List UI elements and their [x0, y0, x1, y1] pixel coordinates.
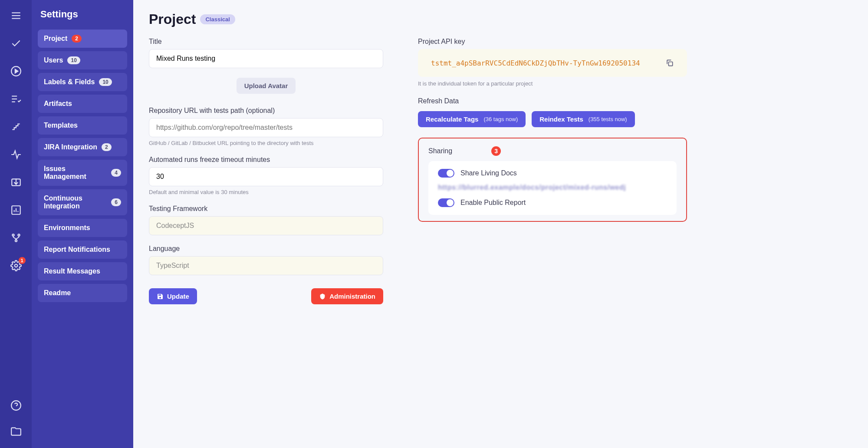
- list-check-icon[interactable]: [8, 91, 24, 107]
- help-icon[interactable]: [8, 398, 24, 413]
- api-key-help: It is the individual token for a particu…: [418, 80, 687, 87]
- pulse-icon[interactable]: [8, 147, 24, 162]
- sidebar-item-continuous-integration[interactable]: Continuous Integration6: [38, 189, 127, 215]
- steps-icon[interactable]: [8, 119, 24, 135]
- copy-icon[interactable]: [665, 59, 674, 67]
- title-label: Title: [149, 38, 383, 46]
- recalculate-tags-button[interactable]: Recalculate Tags (36 tags now): [418, 111, 526, 127]
- chart-icon[interactable]: [8, 202, 24, 218]
- sharing-section: Sharing 3 Share Living Docs https://blur…: [418, 138, 687, 222]
- framework-label: Testing Framework: [149, 205, 383, 213]
- svg-rect-19: [669, 62, 673, 66]
- sidebar-item-label: Project: [44, 35, 67, 43]
- update-button[interactable]: Update: [149, 288, 197, 304]
- framework-input[interactable]: [149, 216, 383, 235]
- menu-icon[interactable]: [8, 8, 24, 23]
- sidebar-item-badge: 2: [72, 35, 82, 43]
- freeze-label: Automated runs freeze timeout minutes: [149, 156, 383, 164]
- refresh-data-label: Refresh Data: [418, 97, 687, 105]
- share-living-docs-toggle[interactable]: [438, 169, 454, 178]
- sidebar-item-badge: 2: [102, 143, 112, 151]
- branch-icon[interactable]: [8, 230, 24, 246]
- reindex-tests-button[interactable]: Reindex Tests (355 tests now): [532, 111, 635, 127]
- sidebar-item-badge: 6: [111, 198, 121, 206]
- settings-icon[interactable]: 1: [8, 258, 24, 273]
- svg-point-13: [12, 234, 14, 236]
- api-key-label: Project API key: [418, 38, 687, 46]
- sidebar-item-label: Continuous Integration: [44, 194, 107, 210]
- sidebar-item-label: Labels & Fields: [44, 78, 95, 86]
- sidebar-item-environments[interactable]: Environments: [38, 219, 127, 237]
- svg-marker-4: [15, 69, 18, 73]
- sidebar-item-result-messages[interactable]: Result Messages: [38, 262, 127, 280]
- api-key-value: tstmt_a4pSBarRVC5CdEdN6CkDZjQbTHv-TyTnGw…: [431, 59, 640, 67]
- sidebar-item-jira-integration[interactable]: JIRA Integration2: [38, 138, 127, 156]
- sidebar-item-report-notifications[interactable]: Report Notifications: [38, 240, 127, 259]
- title-input[interactable]: [149, 49, 383, 68]
- enable-public-report-label: Enable Public Report: [460, 199, 526, 207]
- save-icon: [157, 293, 164, 300]
- svg-point-14: [18, 234, 20, 236]
- icon-rail: 1: [0, 0, 32, 448]
- settings-sidebar: Settings Project2Users10Labels & Fields1…: [32, 0, 133, 448]
- sidebar-title: Settings: [40, 9, 127, 20]
- folder-icon[interactable]: [8, 424, 24, 439]
- sidebar-item-issues-management[interactable]: Issues Management4: [38, 160, 127, 186]
- shield-icon: [319, 293, 326, 300]
- svg-point-16: [14, 264, 17, 267]
- sidebar-item-label: Readme: [44, 289, 71, 297]
- language-input[interactable]: [149, 256, 383, 275]
- sidebar-item-badge: 4: [111, 169, 121, 177]
- main-content: Project Classical Title Upload Avatar Re…: [133, 0, 868, 448]
- sidebar-item-label: Result Messages: [44, 267, 100, 275]
- settings-badge: 1: [19, 257, 26, 264]
- upload-avatar-button[interactable]: Upload Avatar: [237, 78, 296, 94]
- sidebar-item-label: Report Notifications: [44, 246, 110, 254]
- import-icon[interactable]: [8, 175, 24, 190]
- repo-input[interactable]: [149, 118, 383, 137]
- play-icon[interactable]: [8, 63, 24, 79]
- freeze-help: Default and minimal value is 30 minutes: [149, 189, 383, 195]
- sidebar-item-readme[interactable]: Readme: [38, 284, 127, 302]
- sidebar-item-badge: 10: [99, 78, 112, 86]
- administration-button[interactable]: Administration: [311, 288, 383, 304]
- share-living-docs-label: Share Living Docs: [460, 169, 517, 177]
- sidebar-item-label: Environments: [44, 224, 90, 232]
- repo-label: Repository URL with tests path (optional…: [149, 107, 383, 115]
- svg-point-15: [15, 240, 16, 241]
- api-key-box: tstmt_a4pSBarRVC5CdEdN6CkDZjQbTHv-TyTnGw…: [418, 49, 687, 77]
- freeze-input[interactable]: [149, 167, 383, 186]
- sidebar-item-artifacts[interactable]: Artifacts: [38, 95, 127, 113]
- project-type-tag: Classical: [200, 14, 235, 24]
- language-label: Language: [149, 245, 383, 253]
- sidebar-item-project[interactable]: Project2: [38, 30, 127, 48]
- sharing-badge: 3: [491, 146, 501, 156]
- sharing-label: Sharing: [428, 147, 452, 155]
- sidebar-item-badge: 10: [67, 56, 80, 64]
- check-icon[interactable]: [8, 36, 24, 51]
- living-docs-url: https://blurred.example/docs/project/mix…: [438, 184, 667, 191]
- sidebar-item-label: Users: [44, 56, 63, 64]
- sidebar-item-label: JIRA Integration: [44, 143, 97, 151]
- sidebar-item-labels-fields[interactable]: Labels & Fields10: [38, 73, 127, 91]
- sidebar-item-label: Issues Management: [44, 165, 107, 181]
- sidebar-item-label: Templates: [44, 122, 78, 129]
- repo-help: GitHub / GitLab / Bitbucket URL pointing…: [149, 140, 383, 146]
- enable-public-report-toggle[interactable]: [438, 198, 454, 207]
- sidebar-item-templates[interactable]: Templates: [38, 116, 127, 135]
- sidebar-item-users[interactable]: Users10: [38, 51, 127, 69]
- sidebar-item-label: Artifacts: [44, 100, 72, 108]
- page-title: Project: [149, 11, 196, 27]
